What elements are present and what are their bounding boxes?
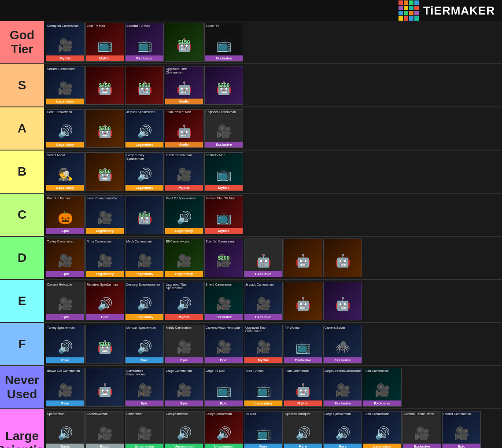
card[interactable]: Glitch Cameraman🎥Mythic (165, 152, 203, 191)
card-character-icon: 🎥 (137, 426, 152, 441)
card[interactable]: Scary Speakerman🔊Uncommon (204, 411, 243, 448)
card[interactable]: Camerawoman🎥Basic (85, 411, 124, 448)
card[interactable]: 🤖 (323, 239, 362, 277)
card[interactable]: Titan TV Man📺Legendary (244, 368, 283, 407)
card-character-icon: 🎥 (216, 340, 232, 354)
card-badge: Exclusive (205, 142, 243, 147)
card[interactable]: 🤖$200 (85, 109, 124, 148)
tier-label-god: God Tier (0, 21, 44, 63)
card[interactable]: 🤖 (85, 368, 124, 407)
card-name-label: Large Speakerman (325, 412, 361, 416)
card-character-icon: 🎥 (414, 426, 430, 441)
card[interactable]: Corrupted Cameraman🎥Mythic (46, 23, 85, 62)
card-character-icon: 🤖 (177, 124, 192, 139)
card-badge: Mythic (244, 357, 282, 363)
card[interactable]: Upgraded Titan Cameraman🎥Mythic (244, 325, 283, 364)
card-badge: Legendary (86, 228, 124, 234)
card[interactable]: Titan Cinemaman🤖Mythic (284, 368, 322, 407)
card-character-icon: 📺 (216, 383, 232, 397)
card-character-icon: 🤖 (295, 297, 311, 311)
card-badge: Exclusive (363, 400, 401, 406)
card[interactable]: Dancing Speakerwoman🔊Legendary (125, 282, 164, 320)
card[interactable]: 🤖$250 (125, 195, 164, 234)
tier-label-f: F (0, 323, 44, 365)
card[interactable]: SpeakerHelicopter🔊Rare (284, 411, 322, 448)
card[interactable]: Large Speakerman🔊Rare (323, 411, 362, 448)
card[interactable]: Rocket Cameraman🎥Epic (442, 411, 481, 448)
card-character-icon: 📺 (97, 38, 113, 52)
card[interactable]: Camera Helicopter🎥Epic (46, 282, 85, 320)
card[interactable]: Titan Speakerman🔊Legendary (363, 411, 402, 448)
card[interactable]: CarSpeakerman🔊Uncommon (165, 411, 203, 448)
card[interactable]: Secret Agent🕵️Legendary (46, 152, 85, 191)
card-character-icon: 🔊 (137, 167, 152, 182)
card-name-label: Scary Speakerman (206, 412, 242, 416)
card-name-label: Camera Attack Helicopter (206, 326, 242, 330)
card-name-label: Reindeer Speakerman (87, 283, 123, 286)
card-price: $200 (99, 125, 111, 132)
card[interactable]: Laser CameramanCar🎥Legendary (85, 195, 124, 234)
card[interactable]: Turkey Speakerman🔊Rare (46, 325, 85, 364)
card[interactable]: Santa TV Man📺Mythic (204, 152, 243, 191)
card-name-label: Laser CameramanCar (87, 197, 123, 200)
card[interactable]: 🤖 (284, 239, 322, 277)
card[interactable]: Chef TV Man📺Mythic (85, 23, 124, 62)
card[interactable]: Scientist TV Man📺Exclusive (125, 23, 164, 62)
card[interactable]: 🤖$100 (85, 325, 124, 364)
card[interactable]: Dark Speakerman🔊Legendary (46, 109, 85, 148)
card[interactable]: Medic Cameraman🎥Epic (165, 325, 203, 364)
card-character-icon: 🎥 (137, 383, 152, 397)
card[interactable]: 🤖 (284, 282, 322, 320)
card[interactable]: 🤖$200 (204, 66, 243, 105)
card[interactable]: Pumpkin Farmer🎃Epic (46, 195, 85, 234)
card[interactable]: 🤖$150 (165, 23, 203, 62)
card[interactable]: Elf Camerawoman🎥Legendary (165, 239, 203, 277)
card[interactable]: TV Woman📺Exclusive (284, 325, 322, 364)
card[interactable]: TV Man📺Rare (244, 411, 283, 448)
card[interactable]: 🤖$400 (125, 66, 164, 105)
card[interactable]: Monster Speakerman🔊Rare (125, 325, 164, 364)
card[interactable]: 🤖Exclusive (244, 239, 283, 277)
card[interactable]: Speakerman🔊Basic (46, 411, 85, 448)
card[interactable]: Shield Cameraman🎥Exclusive (204, 282, 243, 320)
card[interactable]: Sinister Cameraman🎥Legendary (46, 66, 85, 105)
card-name-label: TV Woman (285, 326, 321, 330)
card[interactable]: Camera Attack Helicopter🎥Epic (204, 325, 243, 364)
card-name-label: Dark Speakerman (47, 110, 83, 114)
tier-label-b: B (0, 151, 44, 193)
card-character-icon: 🎥 (97, 426, 113, 441)
card[interactable]: Camera Spider🕷️Exclusive (323, 325, 362, 364)
tier-list: God TierCorrupted Cameraman🎥MythicChef T… (0, 21, 502, 448)
card[interactable]: Upgraded Titan Speakerman🔊Mythic (165, 282, 203, 320)
card[interactable]: Spider TV📺Exclusive (204, 23, 243, 62)
card[interactable]: Jetpack Speakerman🔊Legendary (125, 109, 164, 148)
card-character-icon: 🎥 (177, 253, 192, 268)
card[interactable]: Frost DJ Speakerman🔊Legendary (165, 195, 203, 234)
card[interactable]: Ninja Cameraman🎥Legendary (85, 239, 124, 277)
card[interactable]: Titan Cameraman🎥Exclusive (363, 368, 402, 407)
card[interactable]: Scientist Cameraman🎥$200 (204, 239, 243, 277)
card[interactable]: Mech Cameraman🎥Legendary (125, 239, 164, 277)
card[interactable]: Jetpack Cameraman🎥Exclusive (244, 282, 283, 320)
card[interactable]: Turkey Cameraman🎥Epic (46, 239, 85, 277)
card[interactable]: 🤖$450 (85, 66, 124, 105)
card[interactable]: Sinister Titan TV Man📺Mythic (204, 195, 243, 234)
card[interactable]: 🤖$200 (85, 152, 124, 191)
card-character-icon: 🎥 (177, 383, 192, 397)
card[interactable]: Large Turkey Speakerman🔊Legendary (125, 152, 164, 191)
card[interactable]: Reindeer Speakerman🔊Epic (85, 282, 124, 320)
card[interactable]: Camera Repair Drone🎥Exclusive (402, 411, 441, 448)
card-character-icon: 🤖 (335, 297, 351, 311)
tier-content-s: Sinister Cameraman🎥Legendary🤖$450🤖$400Up… (44, 64, 502, 106)
card[interactable]: 🤖 (323, 282, 362, 320)
card[interactable]: Large Cameraman🎥Epic (165, 368, 203, 407)
card[interactable]: Upgraded Titan Cinemaman🤖Godly (165, 66, 203, 105)
card[interactable]: Large TV Man📺Epic (204, 368, 243, 407)
card-character-icon: 📺 (256, 383, 271, 397)
card[interactable]: Surveillance Camerawoman🎥Epic (125, 368, 164, 407)
card[interactable]: Cameraman🎥Uncommon (125, 411, 164, 448)
card[interactable]: Brown Suit Cameraman🎥Rare (46, 368, 85, 407)
card[interactable]: Titan Present Man🤖Godly (165, 109, 203, 148)
card[interactable]: LargeScientistCameraman🎥Exclusive (323, 368, 362, 407)
card[interactable]: Engineer Cameraman🎥Exclusive (204, 109, 243, 148)
